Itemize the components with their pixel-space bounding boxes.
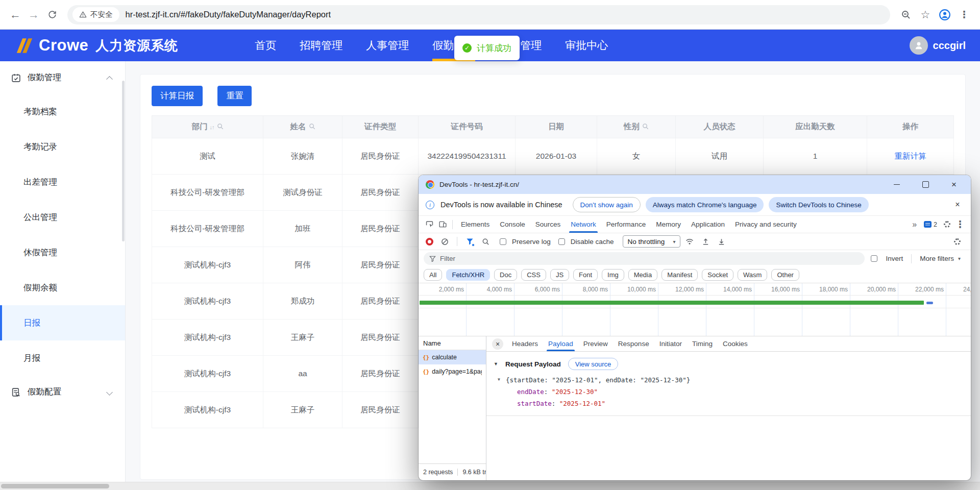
column-header[interactable]: 姓名 [263, 116, 342, 138]
user-menu[interactable]: cccgirl [910, 36, 966, 55]
details-tab[interactable]: Preview [578, 336, 613, 351]
details-tab[interactable]: Initiator [654, 336, 687, 351]
sidebar-item[interactable]: 公出管理 [0, 200, 125, 235]
address-bar[interactable]: 不安全 hr-test.zjf-it.cn/#/fakeDuty/fakeDut… [67, 5, 890, 24]
nav-item[interactable]: 审批中心 [565, 30, 608, 61]
column-search-icon[interactable] [642, 123, 649, 130]
payload-summary[interactable]: {startDate: "2025-12-01", endDate: "2025… [494, 376, 964, 384]
preserve-log-checkbox[interactable] [500, 238, 506, 245]
column-search-icon[interactable] [217, 123, 224, 130]
devtools-tab[interactable]: Network [566, 216, 601, 233]
collapse-triangle-icon[interactable] [498, 377, 500, 382]
devtools-tab[interactable]: Sources [530, 216, 566, 233]
nav-item[interactable]: 人事管理 [366, 30, 409, 61]
filter-chip[interactable]: All [424, 269, 442, 281]
minimize-icon[interactable] [891, 179, 902, 190]
nav-item[interactable]: 首页 [255, 30, 276, 61]
name-column-header[interactable]: Name [419, 336, 486, 350]
profile-icon[interactable] [935, 5, 954, 24]
filter-chip[interactable]: Media [628, 269, 657, 281]
settings-gear-icon[interactable] [940, 218, 953, 231]
reload-icon[interactable] [43, 6, 61, 24]
sidebar-item[interactable]: 考勤档案 [0, 94, 125, 129]
more-filters-button[interactable]: More filters [920, 255, 961, 262]
filter-chip[interactable]: Fetch/XHR [446, 269, 490, 281]
bookmark-star-icon[interactable] [916, 5, 935, 24]
infobar-close-icon[interactable] [951, 200, 964, 209]
reset-button[interactable]: 重置 [217, 86, 252, 106]
browser-menu-icon[interactable] [954, 5, 974, 24]
issues-counter[interactable]: 2 [921, 221, 940, 228]
device-toolbar-icon[interactable] [436, 218, 449, 231]
network-timeline-overview[interactable]: 2,000 ms4,000 ms6,000 ms8,000 ms10,000 m… [419, 283, 971, 336]
filter-chip[interactable]: Font [573, 269, 598, 281]
search-icon[interactable] [479, 235, 492, 248]
clear-icon[interactable] [438, 235, 451, 248]
throttling-select[interactable]: No throttling [623, 235, 681, 248]
match-language-button[interactable]: Always match Chrome's language [646, 197, 764, 212]
collapse-triangle-icon[interactable] [494, 361, 498, 366]
details-tab[interactable]: Response [613, 336, 654, 351]
dont-show-again-button[interactable]: Don't show again [573, 197, 641, 212]
filter-chip[interactable]: Wasm [738, 269, 767, 281]
column-header[interactable]: 操作 [867, 116, 954, 138]
maximize-icon[interactable] [920, 179, 931, 190]
sidebar-group-config[interactable]: 假勤配置 [0, 376, 125, 408]
filter-chip[interactable]: Doc [494, 269, 517, 281]
column-header[interactable]: 证件号码 [419, 116, 516, 138]
invert-checkbox[interactable] [871, 255, 877, 262]
filter-chip[interactable]: Manifest [662, 269, 698, 281]
request-row[interactable]: daily?page=1&pageSi… [419, 364, 486, 379]
sidebar-item[interactable]: 假期余额 [0, 270, 125, 305]
sidebar-item[interactable]: 日报 [0, 305, 125, 340]
sidebar-item[interactable]: 休假管理 [0, 235, 125, 270]
scrollbar-thumb[interactable] [1, 484, 109, 488]
record-icon[interactable] [426, 238, 433, 246]
inspect-element-icon[interactable] [423, 218, 436, 231]
switch-to-chinese-button[interactable]: Switch DevTools to Chinese [769, 197, 868, 212]
request-row[interactable]: calculate [419, 350, 486, 364]
details-tab[interactable]: Headers [507, 336, 543, 351]
devtools-titlebar[interactable]: DevTools - hr-test.zjf-it.cn/ [419, 175, 971, 194]
horizontal-scrollbar[interactable] [0, 482, 980, 490]
filter-chip[interactable]: CSS [521, 269, 546, 281]
details-tab[interactable]: Timing [687, 336, 718, 351]
forward-icon[interactable] [24, 6, 43, 24]
filter-chip[interactable]: Img [602, 269, 624, 281]
devtools-tab[interactable]: Console [495, 216, 530, 233]
sort-icons[interactable] [210, 124, 214, 130]
devtools-tab[interactable]: Performance [601, 216, 651, 233]
calculate-daily-button[interactable]: 计算日报 [152, 86, 203, 106]
network-settings-gear-icon[interactable] [950, 235, 964, 248]
column-header[interactable]: 日期 [516, 116, 597, 138]
import-har-icon[interactable] [699, 235, 712, 248]
column-header[interactable]: 部门 [152, 116, 263, 138]
devtools-tab[interactable]: Application [686, 216, 730, 233]
filter-chip[interactable]: JS [550, 269, 569, 281]
column-search-icon[interactable] [309, 123, 315, 130]
security-chip[interactable]: 不安全 [72, 7, 119, 22]
column-header[interactable]: 性别 [597, 116, 676, 138]
devtools-tab[interactable]: Privacy and security [730, 216, 802, 233]
details-tab[interactable]: Cookies [718, 336, 753, 351]
network-conditions-icon[interactable] [683, 235, 696, 248]
view-source-button[interactable]: View source [568, 358, 619, 370]
filter-chip[interactable]: Socket [702, 269, 733, 281]
close-icon[interactable] [948, 179, 960, 190]
filter-funnel-icon[interactable] [463, 235, 476, 248]
details-tab[interactable]: Payload [543, 336, 578, 351]
disable-cache-checkbox[interactable] [558, 238, 565, 245]
sidebar-group-attendance[interactable]: 假勤管理 [0, 61, 125, 94]
devtools-menu-icon[interactable] [953, 218, 967, 231]
more-tabs-icon[interactable] [908, 220, 921, 229]
nav-item[interactable]: 招聘管理 [300, 30, 342, 61]
zoom-icon[interactable] [896, 5, 916, 24]
close-details-icon[interactable] [492, 338, 503, 350]
sidebar-item[interactable]: 考勤记录 [0, 129, 125, 164]
filter-chip[interactable]: Other [771, 269, 799, 281]
filter-input[interactable]: Filter [424, 252, 865, 265]
devtools-tab[interactable]: Memory [651, 216, 686, 233]
column-header[interactable]: 应出勤天数 [764, 116, 867, 138]
sidebar-item[interactable]: 出差管理 [0, 164, 125, 200]
column-header[interactable]: 证件类型 [342, 116, 419, 138]
